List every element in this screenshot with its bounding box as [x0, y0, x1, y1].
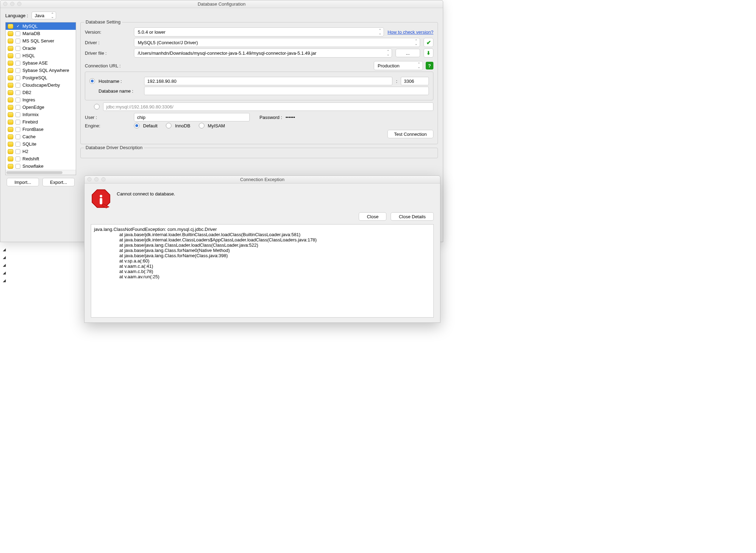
db-checkbox[interactable]: [15, 112, 20, 117]
db-item-openedge[interactable]: OpenEdge: [6, 104, 76, 111]
db-checkbox[interactable]: [15, 31, 20, 36]
db-item-db2[interactable]: DB2: [6, 89, 76, 96]
db-checkbox[interactable]: [15, 164, 20, 169]
db-item-cloudscape-derby[interactable]: Cloudscape/Derby: [6, 81, 76, 89]
zoom-window-icon[interactable]: [101, 177, 106, 181]
db-checkbox[interactable]: [15, 98, 20, 102]
db-checkbox[interactable]: [15, 90, 20, 95]
engine-myisam-radio[interactable]: [199, 123, 204, 128]
db-item-ms-sql-server[interactable]: MS SQL Server: [6, 37, 76, 45]
db-item-sqlite[interactable]: SQLite: [6, 140, 76, 148]
db-item-label: H2: [22, 149, 28, 154]
dialog-header: Cannot connect to database.: [91, 188, 434, 209]
driver-file-select[interactable]: /Users/manhdn/Downloads/mysql-connector-…: [134, 48, 392, 58]
driver-file-value: /Users/manhdn/Downloads/mysql-connector-…: [138, 51, 316, 56]
db-checkbox[interactable]: [15, 53, 20, 58]
version-select[interactable]: 5.0.4 or lower: [134, 27, 384, 36]
db-checkbox[interactable]: [15, 75, 20, 80]
jdbc-url-input[interactable]: [103, 102, 433, 111]
fieldset-legend: Database Setting: [84, 19, 122, 25]
hostname-input[interactable]: [144, 77, 392, 85]
db-item-label: PostgreSQL: [22, 75, 47, 80]
db-checkbox[interactable]: [15, 39, 20, 44]
scrollbar-thumb[interactable]: [6, 171, 62, 174]
test-connection-button[interactable]: Test Connection: [387, 130, 433, 138]
database-icon: [8, 75, 13, 80]
close-details-button[interactable]: Close Details: [391, 212, 434, 221]
db-item-informix[interactable]: Informix: [6, 111, 76, 118]
database-sidebar: MySQLMariaDBMS SQL ServerOracleHSQLSybas…: [5, 22, 76, 175]
close-button[interactable]: Close: [359, 212, 386, 221]
svg-point-1: [100, 195, 102, 197]
db-item-mysql[interactable]: MySQL: [6, 22, 76, 30]
driver-select[interactable]: MySQL5 (Connector/J Driver): [134, 38, 420, 47]
db-item-snowflake[interactable]: Snowflake: [6, 162, 76, 170]
db-item-label: Ingres: [22, 97, 35, 102]
database-icon: [8, 61, 13, 66]
db-checkbox[interactable]: [15, 120, 20, 125]
db-checkbox[interactable]: [15, 61, 20, 66]
database-icon: [8, 134, 13, 139]
db-item-label: OpenEdge: [22, 105, 44, 110]
db-checkbox[interactable]: [15, 46, 20, 51]
export-button[interactable]: Export...: [42, 178, 75, 186]
minimize-window-icon[interactable]: [94, 177, 99, 181]
db-item-sybase-sql-anywhere[interactable]: Sybase SQL Anywhere: [6, 67, 76, 74]
import-button[interactable]: Import...: [7, 178, 39, 186]
dialog-title: Connection Exception: [240, 177, 284, 182]
db-item-h2[interactable]: H2: [6, 148, 76, 155]
chevron-updown-icon: [51, 13, 54, 18]
help-icon[interactable]: ?: [426, 62, 433, 69]
database-list[interactable]: MySQLMariaDBMS SQL ServerOracleHSQLSybas…: [6, 22, 76, 170]
sidebar-scrollbar[interactable]: [6, 170, 76, 175]
database-icon: [8, 68, 13, 73]
dbname-input[interactable]: [144, 87, 429, 95]
driver-description-fieldset: Database Driver Description: [80, 148, 438, 158]
engine-default-radio[interactable]: [134, 123, 140, 128]
password-label: Password :: [259, 115, 282, 120]
driver-ok-button[interactable]: ✔: [424, 38, 433, 47]
user-input[interactable]: [134, 113, 250, 121]
profile-select[interactable]: Production: [374, 61, 423, 70]
stack-trace[interactable]: java.lang.ClassNotFoundException: com.my…: [91, 224, 434, 318]
dialog-titlebar[interactable]: Connection Exception: [85, 176, 440, 184]
db-item-redshift[interactable]: Redshift: [6, 155, 76, 162]
sidebar-buttons: Import... Export...: [5, 175, 76, 186]
hostname-radio[interactable]: [89, 78, 95, 84]
jdbc-url-radio[interactable]: [94, 104, 100, 109]
download-driver-button[interactable]: ⬇: [424, 48, 433, 58]
check-version-link[interactable]: How to check version?: [387, 29, 433, 35]
minimize-window-icon[interactable]: [10, 2, 14, 6]
database-icon: [8, 90, 13, 95]
db-item-label: SQLite: [22, 141, 36, 147]
database-icon: [8, 31, 13, 36]
db-item-oracle[interactable]: Oracle: [6, 45, 76, 52]
db-item-hsql[interactable]: HSQL: [6, 52, 76, 59]
db-checkbox[interactable]: [15, 134, 20, 139]
db-item-mariadb[interactable]: MariaDB: [6, 30, 76, 37]
db-item-frontbase[interactable]: FrontBase: [6, 126, 76, 133]
db-item-sybase-ase[interactable]: Sybase ASE: [6, 59, 76, 67]
db-checkbox[interactable]: [15, 83, 20, 88]
db-item-firebird[interactable]: Firebird: [6, 118, 76, 126]
db-checkbox[interactable]: [15, 149, 20, 154]
close-window-icon[interactable]: [3, 2, 7, 6]
db-item-ingres[interactable]: Ingres: [6, 96, 76, 104]
chevron-updown-icon: [418, 62, 420, 69]
close-window-icon[interactable]: [87, 177, 92, 181]
db-checkbox[interactable]: [15, 127, 20, 132]
db-checkbox[interactable]: [15, 156, 20, 161]
engine-innodb-radio[interactable]: [166, 123, 171, 128]
window-titlebar[interactable]: Database Configuration: [0, 0, 443, 8]
port-input[interactable]: [401, 77, 429, 85]
browse-driver-button[interactable]: ...: [396, 49, 420, 57]
language-select[interactable]: Java: [32, 12, 56, 19]
chevron-updown-icon: [379, 29, 382, 35]
db-checkbox[interactable]: [15, 68, 20, 73]
zoom-window-icon[interactable]: [17, 2, 21, 6]
db-item-postgresql[interactable]: PostgreSQL: [6, 74, 76, 81]
db-checkbox[interactable]: [15, 142, 20, 147]
db-item-cache[interactable]: Cache: [6, 133, 76, 140]
db-checkbox[interactable]: [15, 105, 20, 110]
db-checkbox[interactable]: [15, 24, 20, 29]
